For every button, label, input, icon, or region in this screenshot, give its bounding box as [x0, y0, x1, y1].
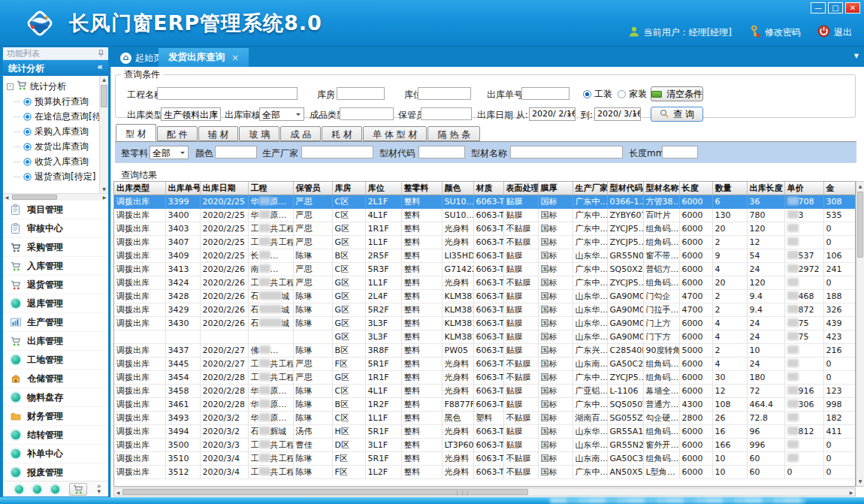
manufacturer-input[interactable] — [301, 146, 373, 158]
table-row-16[interactable]: 调拨出库34932020/3/2华原…陈琳C区1L1F整料黑色塑料不贴膜国标湖南… — [114, 411, 856, 424]
column-header-6[interactable]: 库位 — [365, 182, 401, 195]
warehouse-input[interactable] — [337, 87, 385, 100]
column-header-4[interactable]: 保管员 — [293, 182, 332, 195]
radio-jiazhuang[interactable]: 家装 — [618, 88, 647, 101]
date-from-select[interactable]: 2020/ 2/16 — [529, 107, 575, 121]
pin-icon[interactable] — [98, 50, 104, 57]
column-header-5[interactable]: 库房 — [332, 182, 365, 195]
circle-icon[interactable] — [51, 485, 59, 493]
clear-conditions-button[interactable]: 清空条件 — [651, 86, 703, 101]
minimize-button[interactable]: — — [811, 2, 826, 14]
column-header-12[interactable]: 生产厂家 — [572, 182, 607, 195]
outbound-type-select[interactable]: 生产领料出库 — [161, 107, 221, 121]
column-header-8[interactable]: 颜色 — [442, 182, 473, 195]
order-no-input[interactable] — [521, 87, 569, 100]
table-row-18[interactable]: 调拨出库35002020/3/3工共工程曹佳D区3L1F整料LT3P606063… — [114, 438, 856, 451]
collapse-icon[interactable]: « — [97, 62, 103, 72]
circle-icon[interactable] — [33, 485, 41, 493]
location-input[interactable] — [418, 87, 471, 100]
color-input[interactable] — [215, 146, 257, 158]
audit-select[interactable]: 全部 — [259, 107, 304, 121]
tab-close-icon[interactable]: × — [231, 53, 239, 63]
column-header-17[interactable]: 出库长度 — [747, 182, 784, 195]
column-header-13[interactable]: 型材代码 — [607, 182, 643, 195]
sidebar-item-7[interactable]: 出库管理 — [3, 332, 108, 351]
column-header-19[interactable]: 金 — [823, 182, 856, 195]
scroll-down-icon[interactable]: ▼ — [100, 186, 108, 193]
sidebar-item-2[interactable]: 采购管理 — [3, 238, 108, 257]
sidebar-section-header[interactable]: 统计分析 « — [3, 60, 108, 76]
material-tab-7[interactable]: 隔 热 条 — [427, 126, 480, 141]
column-header-2[interactable]: 出库日期 — [200, 182, 248, 195]
material-tab-2[interactable]: 辅 材 — [198, 126, 239, 141]
scroll-right-icon[interactable]: ▶ — [848, 489, 854, 496]
column-header-1[interactable]: 出库单号 — [165, 182, 200, 195]
table-row-17[interactable]: 调拨出库34942020/3/2石辉城汤伟H区5R1F整料光身料6063-T5贴… — [114, 424, 856, 438]
length-input[interactable] — [662, 146, 698, 158]
column-header-15[interactable]: 长度 — [679, 182, 712, 195]
sidebar-item-3[interactable]: 入库管理 — [3, 257, 108, 276]
column-header-16[interactable]: 数量 — [712, 182, 747, 195]
table-row-11[interactable]: 调拨出库34372020/2/27佛…陈琳B区3R8F整料PW056063-T5… — [114, 343, 856, 357]
footer-cart-button[interactable] — [69, 483, 87, 496]
whole-part-select[interactable]: 全部 — [150, 146, 189, 159]
profile-name-input[interactable] — [510, 146, 623, 158]
tree-item-6[interactable]: 退库管理[待定] — [3, 184, 99, 186]
table-row-20[interactable]: 调拨出库35122020/3/4工共工程陈琳F区1L2F整料光身料6063-T5… — [114, 465, 856, 478]
change-password-button[interactable]: 修改密码 — [748, 26, 801, 40]
sidebar-item-13[interactable]: 补单中心 — [3, 445, 108, 463]
scroll-down-icon[interactable]: ▼ — [856, 478, 864, 485]
material-tab-0[interactable]: 型 材 — [116, 124, 156, 141]
column-header-0[interactable]: 出库类型 — [114, 182, 165, 195]
scroll-left-icon[interactable]: ◀ — [4, 194, 10, 201]
tree-item-5[interactable]: 退货查询[待定] — [3, 169, 99, 184]
radio-gongzhuang[interactable]: 工装 — [583, 88, 612, 101]
tree-item-3[interactable]: 发货出库查询 — [3, 139, 99, 154]
tab-shipping-outbound-query[interactable]: 发货出库查询 × — [159, 48, 249, 67]
column-header-7[interactable]: 整零料 — [401, 182, 442, 195]
project-name-input[interactable] — [157, 87, 298, 100]
tree-item-4[interactable]: 收货入库查询 — [3, 154, 99, 169]
column-header-18[interactable]: 单价 — [784, 182, 823, 195]
more-options-icon[interactable]: »▾ — [97, 484, 101, 494]
material-tab-1[interactable]: 配 件 — [157, 126, 198, 141]
sidebar-item-0[interactable]: 项目管理 — [3, 201, 108, 219]
maximize-button[interactable]: □ — [828, 2, 843, 14]
table-row-8[interactable]: 调拨出库34292020/2/26石城陈琳G区5R2F整料KLM38176063… — [114, 303, 856, 316]
sidebar-item-4[interactable]: 退货管理 — [3, 276, 108, 294]
sidebar-item-5[interactable]: 退库管理 — [3, 294, 108, 313]
table-row-3[interactable]: 调拨出库34072020/2/25工共工程严思G区1L1F整料光身料6063-T… — [114, 235, 856, 249]
table-row-10[interactable]: G区3L3F整料KLM38176063-T5贴膜国标山东华…GA90M09.门下… — [114, 330, 856, 343]
material-tab-3[interactable]: 玻 璃 — [239, 126, 279, 141]
scroll-left-icon[interactable]: ◀ — [115, 489, 121, 496]
table-row-7[interactable]: 调拨出库34282020/2/26石城陈琳G区2L4F整料KLM38176063… — [114, 289, 856, 303]
tree-item-1[interactable]: 在途信息查询[待 — [3, 109, 99, 124]
column-header-11[interactable]: 膜厚 — [538, 182, 572, 195]
sidebar-item-11[interactable]: 财务管理 — [3, 407, 108, 426]
table-row-4[interactable]: 调拨出库34092020/2/25长…陈琳B区2R5F整料LI35HD6063-… — [114, 249, 856, 262]
sidebar-item-14[interactable]: 报废管理 — [3, 463, 108, 482]
table-row-6[interactable]: 调拨出库34242020/2/26工共工程严思G区1L1F整料光身料6063-T… — [114, 276, 856, 289]
table-row-0[interactable]: 调拨出库33992020/2/25华原…严思C区2L1F整料SU10…6063-… — [114, 195, 856, 208]
table-row-13[interactable]: 调拨出库34542020/2/28工共工程严思G区1R1F整料光身料6063-T… — [114, 370, 856, 384]
profile-code-input[interactable] — [418, 146, 465, 158]
sidebar-item-8[interactable]: 工地管理 — [3, 351, 108, 370]
tree-item-0[interactable]: 预算执行查询 — [3, 94, 99, 109]
table-row-2[interactable]: 调拨出库34032020/2/25工共工程严思G区1R1F整料光身料6063-T… — [114, 222, 856, 235]
tree-item-2[interactable]: 采购入库查询 — [3, 124, 99, 139]
tree-root[interactable]: - 统计分析 — [3, 79, 99, 94]
search-button[interactable]: 查 询 — [651, 107, 703, 122]
circle-icon[interactable] — [15, 485, 23, 493]
product-type-input[interactable] — [340, 107, 394, 120]
column-header-10[interactable]: 表面处理 — [503, 182, 538, 195]
table-row-19[interactable]: 调拨出库35102020/3/4工共工程陈琳F区5R1F整料光身料6063-T5… — [114, 451, 856, 465]
sidebar-item-12[interactable]: 结转管理 — [3, 426, 108, 445]
tree-horizontal-scrollbar[interactable]: ◀ ▶ — [3, 193, 108, 201]
table-row-15[interactable]: 调拨出库34612020/2/28华原…陈琳B区1R2F整料F8877FT606… — [114, 397, 856, 411]
sidebar-item-10[interactable]: 物料盘存 — [3, 388, 108, 407]
tree-vertical-scrollbar[interactable]: ▲ ▼ — [99, 76, 108, 193]
material-tab-5[interactable]: 耗 材 — [322, 126, 362, 141]
column-header-9[interactable]: 材质 — [473, 182, 503, 195]
close-button[interactable]: ✕ — [845, 2, 860, 14]
table-vertical-scrollbar[interactable]: ▲ ▼ — [856, 181, 864, 487]
